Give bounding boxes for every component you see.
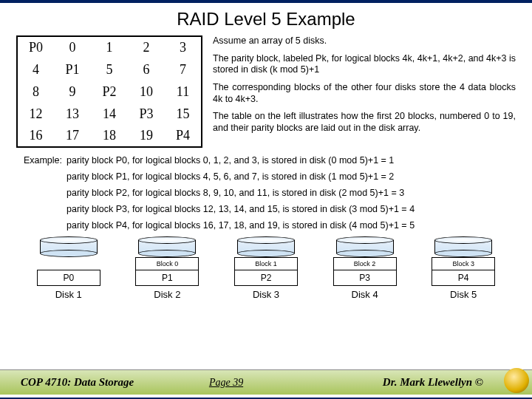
cell: 2 [128,36,165,58]
disk-diagram: P0 Disk 1 Block 0 P1 Disk 2 Block 1 P2 D… [16,236,516,300]
parity-box: P1 [135,270,199,286]
footer-author: Dr. Mark Llewellyn © [295,376,511,389]
disk-label: Disk 1 [55,289,82,300]
example-line: parity block P3, for logical blocks 12, … [66,204,516,214]
cell: 15 [165,103,202,125]
example-block: Example: parity block P0, for logical bl… [16,155,516,231]
cylinder-icon [138,236,196,257]
block-box: Block 3 [432,257,495,270]
disk-column: Block 0 P1 Disk 2 [135,236,199,300]
cell: 0 [54,36,91,58]
cell: 18 [91,125,128,147]
block-box: Block 2 [333,257,397,270]
cell: 1 [91,36,128,58]
content-area: P0 0 1 2 3 4 P1 5 6 7 8 9 P2 10 [0,30,532,300]
parity-box: P0 [37,270,100,286]
footer-course: COP 4710: Data Storage [21,376,209,389]
disk-label: Disk 5 [450,289,477,300]
example-line: parity block P0, for logical blocks 0, 1… [66,155,516,166]
footer-bar: COP 4710: Data Storage Page 39 Dr. Mark … [0,369,532,395]
disk-column: Block 3 P4 Disk 5 [432,236,495,300]
desc-p2: The parity block, labeled Pk, for logica… [213,53,516,76]
disk-label: Disk 3 [253,289,279,300]
upper-row: P0 0 1 2 3 4 P1 5 6 7 8 9 P2 10 [16,35,516,148]
disk-label: Disk 2 [154,289,180,300]
disk-column: Block 1 P2 Disk 3 [234,236,298,300]
desc-p3: The corresponding blocks of the other fo… [213,82,516,105]
footer-page: Page 39 [209,377,243,389]
disk-column: P0 Disk 1 [37,236,100,300]
example-line: parity block P4, for logical blocks 16, … [66,220,516,231]
cell: 7 [165,58,202,81]
cylinder-icon [434,236,492,257]
cell: P1 [54,58,91,81]
cell: 10 [128,81,165,103]
raid-layout-table: P0 0 1 2 3 4 P1 5 6 7 8 9 P2 10 [16,35,202,148]
example-line: parity block P2, for logical blocks 8, 9… [66,188,516,198]
cell: P2 [91,81,128,103]
cell: P3 [128,103,165,125]
cell: 4 [17,58,54,81]
block-box: Block 0 [135,257,199,270]
cell: 5 [91,58,128,81]
cell: 19 [128,125,165,147]
parity-box: P4 [432,270,495,286]
cylinder-icon [40,236,98,257]
cell: 6 [128,58,165,81]
disk-column: Block 2 P3 Disk 4 [333,236,397,300]
slide: RAID Level 5 Example P0 0 1 2 3 4 P1 5 6… [0,0,532,399]
desc-p1: Assume an array of 5 disks. [213,35,516,47]
slide-title: RAID Level 5 Example [0,3,532,30]
cell: 16 [17,125,54,147]
desc-p4: The table on the left illustrates how th… [213,111,516,134]
example-line: parity block P1, for logical blocks 4, 5… [66,171,516,182]
cell: P0 [17,36,54,58]
ucf-logo-icon [504,368,529,393]
parity-box: P3 [333,270,397,286]
cell: 12 [17,103,54,125]
cell: P4 [165,125,202,147]
cell: 11 [165,81,202,103]
description-block: Assume an array of 5 disks. The parity b… [213,35,516,148]
cell: 9 [54,81,91,103]
cell: 14 [91,103,128,125]
example-label: Example: [16,155,66,166]
disk-label: Disk 4 [352,289,378,300]
block-box: Block 1 [234,257,298,270]
cylinder-icon [336,236,394,257]
cylinder-icon [237,236,295,257]
cell: 13 [54,103,91,125]
cell: 8 [17,81,54,103]
cell: 17 [54,125,91,147]
cell: 3 [165,36,202,58]
parity-box: P2 [234,270,298,286]
